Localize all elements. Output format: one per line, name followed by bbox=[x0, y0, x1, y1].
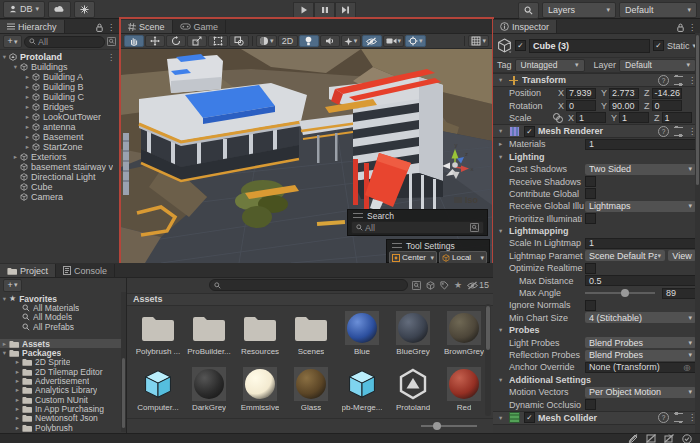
hierarchy-item[interactable]: Exteriors ⋮ bbox=[0, 152, 119, 162]
foldout-arrow-icon[interactable] bbox=[499, 376, 509, 384]
object-active-checkbox[interactable] bbox=[515, 40, 526, 51]
inspector-row[interactable]: Contribute Global ▾ ▾ bbox=[493, 188, 700, 200]
expand-arrow-icon[interactable] bbox=[11, 63, 20, 71]
2d-toggle-button[interactable]: 2D bbox=[278, 35, 298, 47]
project-search-input[interactable] bbox=[209, 279, 408, 291]
foldout-arrow-icon[interactable] bbox=[499, 414, 509, 422]
cloud-button[interactable] bbox=[48, 1, 71, 18]
package-icon[interactable] bbox=[426, 281, 435, 290]
expand-arrow-icon[interactable] bbox=[13, 358, 22, 366]
assets-grid-scrollbar[interactable] bbox=[485, 304, 491, 416]
inspector-row[interactable]: Mesh Collider ▾ ▾ bbox=[493, 411, 700, 425]
select-disabled-icon[interactable] bbox=[646, 434, 656, 443]
asset-thumbnail[interactable] bbox=[294, 311, 328, 345]
expand-arrow-icon[interactable] bbox=[11, 153, 20, 161]
y-value-field[interactable]: 2.773 bbox=[609, 88, 639, 99]
project-tree-item[interactable]: ★ Advertisement bbox=[0, 376, 126, 385]
asset-thumbnail[interactable] bbox=[345, 311, 379, 345]
move-tool-button[interactable] bbox=[145, 35, 165, 47]
project-tree-item[interactable]: ★ Polybrush bbox=[0, 423, 126, 432]
inspector-row[interactable]: Lighting ▾ ▾ bbox=[493, 151, 700, 163]
scale-tool-button[interactable] bbox=[187, 35, 207, 47]
expand-arrow-icon[interactable] bbox=[0, 295, 9, 303]
component-enabled-checkbox[interactable] bbox=[524, 412, 535, 423]
inspector-row[interactable]: Motion Vectors Per Object Motion▾ Per Ob… bbox=[493, 386, 700, 398]
inspector-row[interactable]: Optimize Realtime ▾ ▾ bbox=[493, 262, 700, 274]
text-input-control[interactable]: 0.5 bbox=[585, 275, 696, 286]
x-value-field[interactable]: 1 bbox=[576, 112, 606, 123]
project-tree-item[interactable]: ★ Custom NUnit bbox=[0, 395, 126, 404]
help-icon[interactable]: ? bbox=[658, 412, 669, 423]
property-checkbox[interactable] bbox=[585, 300, 596, 311]
inspector-row[interactable]: Mesh Renderer ▾ ▾ bbox=[493, 124, 700, 138]
scene-search-overlay-title[interactable]: Search bbox=[348, 210, 487, 221]
inspector-row[interactable]: Cast Shadows Two Sided▾ Two Sided▾ Two S… bbox=[493, 163, 700, 175]
hierarchy-item[interactable]: StartZone ⋮ bbox=[0, 142, 119, 152]
hierarchy-item[interactable]: antenna ⋮ bbox=[0, 122, 119, 132]
expand-arrow-icon[interactable] bbox=[23, 93, 32, 101]
project-tree-item[interactable]: ★ All Models bbox=[0, 313, 126, 322]
property-checkbox[interactable] bbox=[585, 213, 596, 224]
project-tree-item[interactable]: ★ Favorites bbox=[0, 294, 126, 303]
hierarchy-item[interactable]: Directional Light ⋮ bbox=[0, 172, 119, 182]
asset-thumbnail[interactable] bbox=[396, 311, 430, 345]
vector3-control[interactable]: X 0 Y 90.00 Z 0 bbox=[553, 100, 696, 111]
dropdown-control[interactable]: Blend Probes▾ bbox=[585, 337, 696, 348]
inspector-row[interactable]: Scale ▾ ▾ bbox=[493, 112, 700, 124]
hierarchy-item[interactable]: Buildings ⋮ bbox=[0, 62, 119, 72]
expand-arrow-icon[interactable] bbox=[0, 349, 9, 357]
inspector-row[interactable]: Min Chart Size 4 (Stitchable)▾ 4 (Stitch… bbox=[493, 312, 700, 324]
drag-handle-icon[interactable] bbox=[353, 213, 363, 218]
grid-settings-dropdown[interactable]: ▾ bbox=[468, 35, 489, 47]
help-icon[interactable]: ? bbox=[658, 126, 669, 137]
dropdown-control[interactable]: Two Sided▾ bbox=[585, 164, 696, 175]
expand-arrow-icon[interactable] bbox=[13, 396, 22, 404]
asset-item[interactable]: Polybrush ... bbox=[133, 311, 183, 362]
pivot-mode-dropdown[interactable]: Center ▾ bbox=[389, 251, 437, 263]
hierarchy-menu-icon[interactable]: ⋮ bbox=[107, 23, 115, 32]
inspector-row[interactable]: Position ▾ ▾ bbox=[493, 87, 700, 99]
search-window-icon[interactable] bbox=[107, 37, 116, 46]
favorite-star-icon[interactable]: ★ bbox=[454, 280, 462, 290]
vector3-control[interactable]: X 7.939 Y 2.773 Z -14.26 bbox=[553, 88, 696, 99]
transform-tool-button[interactable] bbox=[229, 35, 249, 47]
inspector-row[interactable]: Lightmap Paramet Scene Default Par▾ Scen… bbox=[493, 250, 700, 262]
projection-mode-label[interactable]: Iso bbox=[454, 195, 478, 205]
help-icon[interactable]: ? bbox=[658, 75, 669, 86]
project-tree-item[interactable]: ★ Assets bbox=[0, 339, 126, 348]
inspector-row[interactable]: Receive Global Illu Lightmaps▾ Lightmaps… bbox=[493, 200, 700, 212]
expand-arrow-icon[interactable] bbox=[13, 386, 22, 394]
inspector-row[interactable]: Rotation ▾ ▾ bbox=[493, 99, 700, 111]
thumbnail-size-slider[interactable] bbox=[421, 425, 477, 427]
hierarchy-item[interactable]: Building C ⋮ bbox=[0, 92, 119, 102]
project-tree-item[interactable]: ★ All Materials bbox=[0, 303, 126, 312]
z-value-field[interactable]: 0 bbox=[652, 100, 682, 111]
expand-arrow-icon[interactable] bbox=[23, 103, 32, 111]
orientation-mode-dropdown[interactable]: Local ▾ bbox=[439, 251, 487, 263]
asset-item[interactable]: DarkGrey bbox=[184, 367, 234, 418]
checkbox-control[interactable] bbox=[585, 213, 696, 224]
expand-arrow-icon[interactable] bbox=[23, 143, 32, 151]
assets-breadcrumb[interactable]: Assets bbox=[127, 293, 493, 307]
inspector-row[interactable]: Max Distance 0.5▾ 0.5▾ 0.5 bbox=[493, 274, 700, 286]
checkbox-control[interactable] bbox=[585, 399, 696, 410]
view-button[interactable]: View bbox=[668, 250, 696, 261]
create-asset-button[interactable]: ▾ bbox=[3, 279, 22, 292]
asset-thumbnail[interactable] bbox=[192, 311, 226, 345]
asset-item[interactable]: Emmissive bbox=[235, 367, 285, 418]
asset-item[interactable]: Glass bbox=[286, 367, 336, 418]
lock-icon[interactable] bbox=[96, 23, 103, 32]
check-circle-icon[interactable] bbox=[682, 434, 692, 443]
paint-disabled-icon[interactable] bbox=[628, 434, 638, 443]
project-tree-scrollbar[interactable] bbox=[121, 292, 126, 432]
tab-scene[interactable]: Scene bbox=[121, 20, 173, 33]
x-value-field[interactable]: 7.939 bbox=[566, 88, 596, 99]
checkbox-control[interactable] bbox=[585, 300, 696, 311]
inspector-scrollbar[interactable] bbox=[695, 33, 700, 433]
component-enabled-checkbox[interactable] bbox=[524, 126, 535, 137]
asset-thumbnail[interactable] bbox=[294, 367, 328, 401]
project-tree-item[interactable]: ★ Packages bbox=[0, 348, 126, 357]
gizmo-target-dropdown[interactable]: ▾ bbox=[405, 35, 426, 47]
tool-settings-title[interactable]: Tool Settings bbox=[387, 240, 489, 251]
foldout-arrow-icon[interactable] bbox=[499, 140, 509, 148]
